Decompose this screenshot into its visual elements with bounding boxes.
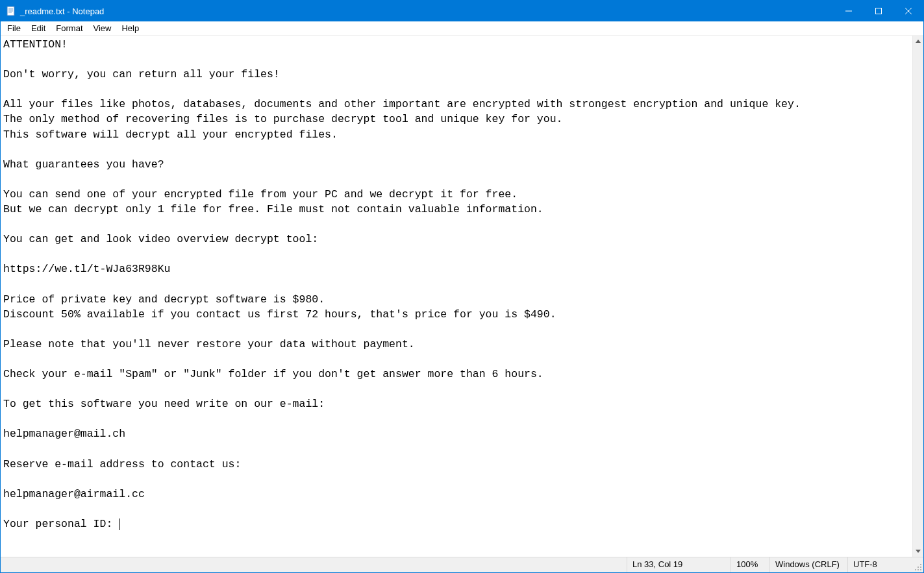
status-zoom: 100% <box>731 557 770 572</box>
statusbar: Ln 33, Col 19 100% Windows (CRLF) UTF-8 <box>1 557 923 572</box>
status-encoding: UTF-8 <box>848 557 913 572</box>
svg-point-12 <box>915 569 916 570</box>
notepad-icon <box>6 6 16 16</box>
svg-point-9 <box>920 564 921 565</box>
minimize-button[interactable] <box>834 1 864 21</box>
document-text: ATTENTION! Don't worry, you can return a… <box>3 38 801 530</box>
scroll-down-arrow[interactable] <box>913 546 923 557</box>
status-spacer <box>1 557 627 572</box>
menubar: File Edit Format View Help <box>1 21 923 36</box>
vertical-scrollbar[interactable] <box>912 36 923 557</box>
menu-edit[interactable]: Edit <box>26 22 51 34</box>
menu-help[interactable]: Help <box>116 22 144 34</box>
window-controls <box>834 1 923 21</box>
menu-file[interactable]: File <box>2 22 26 34</box>
resize-grip[interactable] <box>913 557 923 572</box>
svg-point-10 <box>918 567 919 568</box>
close-button[interactable] <box>893 1 923 21</box>
menu-view[interactable]: View <box>88 22 117 34</box>
scroll-track[interactable] <box>913 47 923 546</box>
menu-format[interactable]: Format <box>51 22 88 34</box>
svg-point-11 <box>920 567 921 568</box>
svg-rect-6 <box>876 8 882 14</box>
scroll-up-arrow[interactable] <box>913 36 923 47</box>
status-cursor-position: Ln 33, Col 19 <box>627 557 731 572</box>
window-title: _readme.txt - Notepad <box>20 6 834 16</box>
notepad-window: _readme.txt - Notepad File Edit Format V… <box>0 0 924 573</box>
status-line-ending: Windows (CRLF) <box>770 557 848 572</box>
maximize-button[interactable] <box>864 1 893 21</box>
content-area: ATTENTION! Don't worry, you can return a… <box>1 36 923 557</box>
svg-point-14 <box>920 569 921 570</box>
titlebar[interactable]: _readme.txt - Notepad <box>1 1 923 21</box>
svg-point-13 <box>918 569 919 570</box>
text-editor[interactable]: ATTENTION! Don't worry, you can return a… <box>1 36 912 557</box>
text-caret <box>119 518 120 530</box>
